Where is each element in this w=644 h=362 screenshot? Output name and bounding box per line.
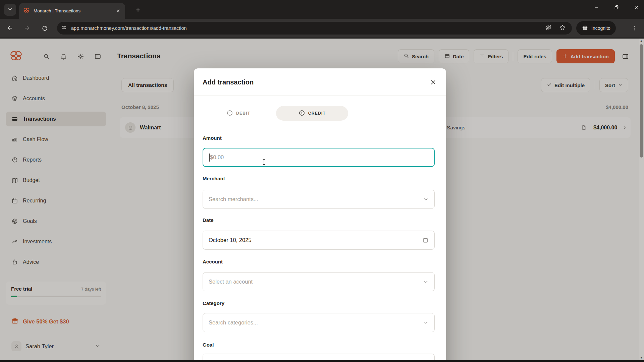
goal-label: Goal [203, 342, 214, 348]
plus-circle-icon [299, 110, 305, 117]
account-label: Account [203, 259, 223, 264]
window-close-button[interactable] [634, 5, 639, 11]
tab-search-button[interactable] [4, 4, 16, 16]
window-controls [594, 5, 639, 11]
amount-input[interactable]: $0.00 [203, 148, 435, 167]
back-button[interactable] [4, 22, 15, 34]
category-label: Category [203, 300, 224, 306]
forward-button[interactable] [21, 22, 33, 34]
goal-select[interactable] [203, 354, 435, 360]
calendar-icon [422, 237, 429, 243]
account-select[interactable]: Select an account [203, 272, 435, 291]
chevron-down-icon [7, 6, 13, 13]
merchant-label: Merchant [203, 176, 225, 181]
tab-close-icon[interactable] [115, 8, 121, 14]
tab-title: Monarch | Transactions [34, 8, 115, 13]
chevron-down-icon [423, 279, 429, 285]
amount-label: Amount [203, 135, 222, 141]
text-caret [209, 154, 210, 162]
modal-header-divider [194, 96, 446, 96]
browser-toolbar: app.monarchmoney.com/transactions/add-tr… [0, 19, 644, 38]
page-scrollbar[interactable]: ▲ ▼ [639, 39, 644, 360]
bookmark-star-icon[interactable] [559, 24, 566, 32]
date-input[interactable]: October 10, 2025 [203, 231, 435, 250]
date-label: Date [203, 217, 214, 223]
site-settings-tune-icon[interactable] [61, 24, 67, 32]
incognito-badge: Incognito [576, 21, 616, 35]
new-tab-button[interactable] [133, 5, 142, 14]
monarch-favicon-butterfly-icon [23, 7, 30, 15]
screen: Monarch | Transactions [0, 0, 644, 362]
minus-circle-icon [226, 110, 233, 117]
add-transaction-modal: Add transaction DEBIT CREDIT Amount [194, 68, 446, 360]
scrollbar-thumb[interactable] [640, 44, 643, 158]
credit-toggle[interactable]: CREDIT [276, 106, 348, 121]
eye-off-icon[interactable] [545, 24, 552, 32]
ibeam-cursor [260, 158, 268, 168]
chevron-down-icon [423, 196, 429, 202]
modal-title: Add transaction [203, 78, 254, 86]
modal-close-button[interactable] [429, 78, 437, 86]
scroll-down-arrow[interactable]: ▼ [639, 355, 644, 360]
app-page: Transactions Search Date Filters Edit ru… [0, 39, 644, 360]
chevron-down-icon [423, 320, 429, 325]
incognito-icon [582, 24, 588, 32]
browser-tabstrip: Monarch | Transactions [0, 0, 644, 19]
scroll-up-arrow[interactable]: ▲ [639, 39, 644, 43]
debit-toggle[interactable]: DEBIT [226, 106, 251, 121]
browser-menu-dots-icon[interactable] [629, 22, 640, 34]
incognito-label: Incognito [591, 25, 610, 31]
browser-tab[interactable]: Monarch | Transactions [19, 3, 125, 19]
url-text[interactable]: app.monarchmoney.com/transactions/add-tr… [71, 25, 545, 31]
window-restore-button[interactable] [614, 5, 619, 11]
merchant-select[interactable]: Search merchants... [203, 190, 435, 209]
window-minimize-button[interactable] [594, 5, 599, 11]
url-bar[interactable]: app.monarchmoney.com/transactions/add-tr… [57, 22, 572, 35]
category-select[interactable]: Search categories... [203, 313, 435, 332]
reload-button[interactable] [39, 22, 50, 34]
